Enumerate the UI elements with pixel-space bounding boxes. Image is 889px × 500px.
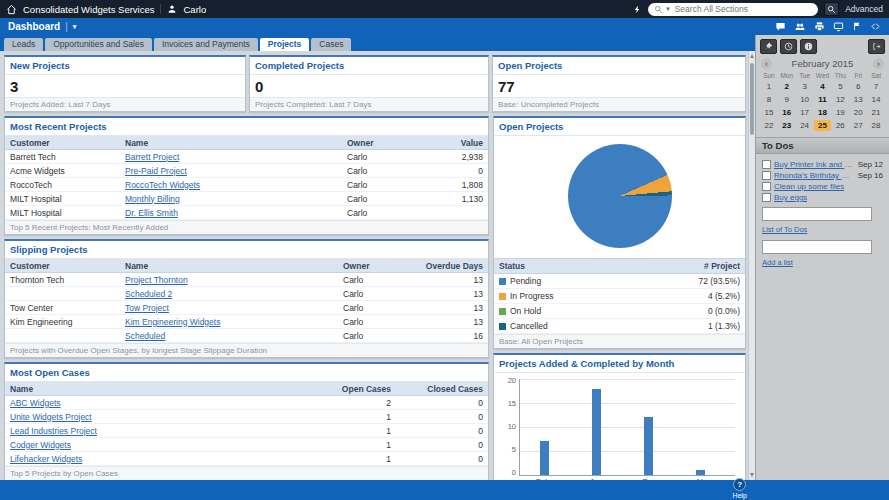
column-header[interactable]: Name — [120, 260, 338, 272]
column-header[interactable]: Name — [120, 137, 342, 149]
info-icon[interactable] — [800, 39, 817, 54]
column-header[interactable]: Owner — [338, 260, 404, 272]
record-link[interactable]: RoccoTech Widgets — [125, 180, 200, 190]
tab-cases[interactable]: Cases — [311, 38, 351, 51]
tab-projects[interactable]: Projects — [260, 38, 310, 51]
bar-added[interactable] — [696, 470, 705, 475]
prev-month-icon[interactable] — [761, 58, 772, 69]
calendar-day[interactable]: 19 — [831, 107, 849, 118]
record-link[interactable]: Unite Widgets Project — [10, 412, 92, 422]
calendar-day[interactable]: 11 — [814, 94, 832, 105]
message-icon[interactable] — [775, 21, 786, 32]
calendar-day[interactable]: 25 — [814, 120, 832, 131]
todo-checkbox[interactable] — [762, 160, 771, 169]
todo-link[interactable]: Clean up some files — [774, 182, 844, 191]
calendar-day[interactable]: 13 — [849, 94, 867, 105]
quick-actions-icon[interactable] — [633, 4, 642, 15]
calendar-day[interactable]: 8 — [760, 94, 778, 105]
calendar-day[interactable]: 18 — [814, 107, 832, 118]
calendar-day[interactable]: 14 — [867, 94, 885, 105]
column-header[interactable]: Owner — [342, 137, 420, 149]
calendar-day[interactable]: 1 — [760, 81, 778, 92]
print-icon[interactable] — [814, 21, 825, 32]
bar-added[interactable] — [592, 389, 601, 475]
pin-icon[interactable] — [760, 39, 777, 54]
help-button[interactable]: ? Help — [733, 478, 747, 499]
todo-checkbox[interactable] — [762, 193, 771, 202]
column-header[interactable]: Open Cases — [304, 383, 396, 395]
search-scope-caret-icon[interactable]: ▾ — [666, 5, 670, 13]
calendar-day[interactable]: 6 — [849, 81, 867, 92]
record-link[interactable]: Dr. Ellis Smith — [125, 208, 178, 218]
scroll-up-icon[interactable] — [750, 54, 754, 58]
todo-checkbox[interactable] — [762, 182, 771, 191]
record-link[interactable]: Monthly Billing — [125, 194, 180, 204]
tab-opportunities-and-sales[interactable]: Opportunities and Sales — [45, 38, 152, 51]
calendar-day[interactable]: 9 — [778, 94, 796, 105]
todo-link[interactable]: Rhonda's Birthday Party — [774, 171, 855, 180]
column-header[interactable]: Value — [420, 137, 488, 149]
calendar-day[interactable]: 17 — [796, 107, 814, 118]
content-scrollbar[interactable] — [748, 51, 755, 480]
record-link[interactable]: Project Thornton — [125, 275, 188, 285]
todo-link[interactable]: Buy eggs — [774, 193, 807, 202]
calendar-day[interactable]: 20 — [849, 107, 867, 118]
new-todo-input[interactable] — [762, 207, 872, 221]
calendar-day[interactable]: 16 — [778, 107, 796, 118]
record-link[interactable]: Tow Project — [125, 303, 169, 313]
column-header[interactable]: Customer — [5, 137, 120, 149]
calendar-day[interactable]: 24 — [796, 120, 814, 131]
record-link[interactable]: Lead Industries Project — [10, 426, 97, 436]
resize-panes-icon[interactable] — [870, 21, 881, 32]
column-header[interactable]: Customer — [5, 260, 120, 272]
screen-share-icon[interactable] — [833, 21, 844, 32]
calendar-day[interactable]: 7 — [867, 81, 885, 92]
calendar-day[interactable]: 23 — [778, 120, 796, 131]
breadcrumb[interactable]: Dashboard | ▾ — [8, 21, 76, 32]
record-link[interactable]: Barrett Project — [125, 152, 179, 162]
collapse-sidebar-icon[interactable] — [868, 39, 885, 54]
calendar-day[interactable]: 15 — [760, 107, 778, 118]
calendar-day[interactable]: 4 — [814, 81, 832, 92]
home-icon[interactable] — [6, 4, 17, 15]
add-list-link[interactable]: Add a list — [762, 258, 793, 267]
todo-list-link[interactable]: List of To Dos — [762, 225, 807, 234]
global-search[interactable]: ▾ — [648, 3, 818, 16]
calendar-day[interactable]: 5 — [831, 81, 849, 92]
tab-invoices-and-payments[interactable]: Invoices and Payments — [154, 38, 258, 51]
calendar-day[interactable]: 3 — [796, 81, 814, 92]
scroll-down-icon[interactable] — [750, 473, 754, 477]
calendar-day[interactable]: 28 — [867, 120, 885, 131]
record-link[interactable]: Codger Widgets — [10, 440, 71, 450]
calendar-day[interactable]: 26 — [831, 120, 849, 131]
search-button[interactable] — [824, 2, 839, 16]
calendar-day[interactable]: 27 — [849, 120, 867, 131]
advanced-search-link[interactable]: Advanced — [845, 4, 883, 14]
todo-checkbox[interactable] — [762, 171, 771, 180]
record-link[interactable]: Kim Engineering Widgets — [125, 317, 220, 327]
bar-added[interactable] — [540, 441, 549, 475]
search-input[interactable] — [673, 3, 812, 15]
flag-icon[interactable] — [852, 21, 862, 32]
tab-leads[interactable]: Leads — [4, 38, 43, 51]
recent-items-icon[interactable] — [780, 39, 797, 54]
calendar-day[interactable]: 10 — [796, 94, 814, 105]
bar-added[interactable] — [644, 417, 653, 475]
column-header[interactable]: Closed Cases — [396, 383, 488, 395]
next-month-icon[interactable] — [873, 58, 884, 69]
record-link[interactable]: Pre-Paid Project — [125, 166, 187, 176]
calendar-day[interactable]: 12 — [831, 94, 849, 105]
current-user[interactable]: Carlo — [183, 4, 206, 15]
open-projects-pie[interactable] — [568, 144, 672, 248]
contacts-icon[interactable] — [794, 21, 806, 32]
column-header[interactable]: Overdue Days — [404, 260, 488, 272]
record-link[interactable]: Scheduled 2 — [125, 289, 172, 299]
calendar-day[interactable]: 21 — [867, 107, 885, 118]
new-list-input[interactable] — [762, 240, 872, 254]
todo-link[interactable]: Buy Printer Ink and Paper — [774, 160, 855, 169]
record-link[interactable]: Lifehacker Widgets — [10, 454, 82, 464]
record-link[interactable]: Scheduled — [125, 331, 165, 341]
scrollbar-thumb[interactable] — [750, 63, 754, 135]
calendar-day[interactable]: 2 — [778, 81, 796, 92]
record-link[interactable]: ABC Widgets — [10, 398, 61, 408]
